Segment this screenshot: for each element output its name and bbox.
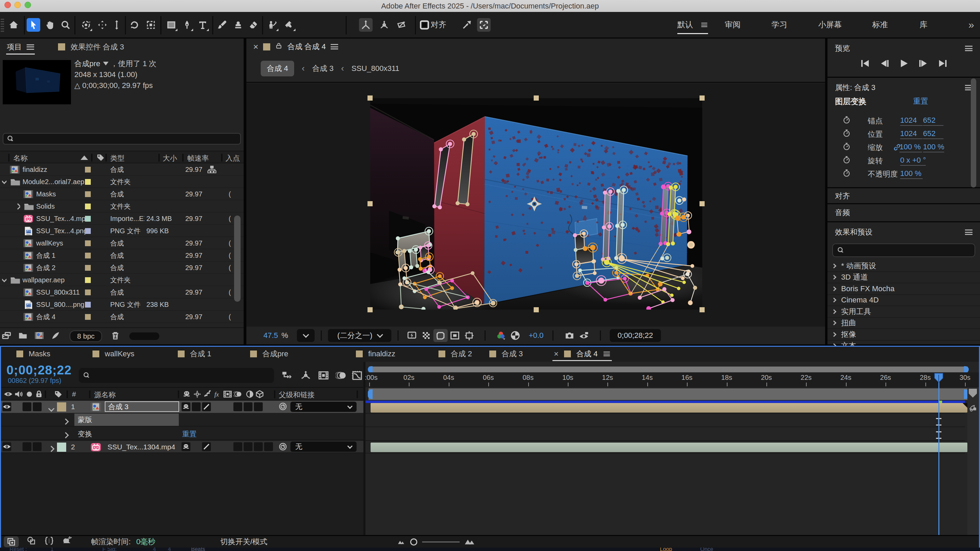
close-tab-icon[interactable]: ×: [554, 349, 558, 359]
project-item-row[interactable]: wallpaper.aep文件夹: [0, 274, 243, 286]
property-group-masks[interactable]: 蒙版: [1, 413, 366, 427]
local-axis-mode-button[interactable]: [359, 18, 372, 32]
project-item-row[interactable]: bilibiliSSU_Tex...4.mp4Importe...EX24.3 …: [0, 213, 243, 225]
timeline-search-input[interactable]: [79, 368, 274, 383]
stopwatch-icon[interactable]: [843, 116, 851, 126]
view-axis-mode-button[interactable]: [395, 18, 408, 32]
layer-bar-ssu-video[interactable]: [371, 443, 967, 452]
timeline-zoom-control[interactable]: [397, 538, 475, 546]
disclosure-triangle[interactable]: [832, 275, 836, 279]
next-frame-button[interactable]: [918, 59, 928, 69]
effects-presets-menu-icon[interactable]: [965, 229, 972, 235]
workspace-tab-库[interactable]: 库: [920, 12, 928, 38]
layer-selection-handle[interactable]: [534, 307, 539, 312]
layer-name-comp3[interactable]: 合成 3: [105, 401, 179, 412]
duplicate-frames-icon[interactable]: [4, 536, 19, 547]
project-item-row[interactable]: PNGSSU_800....pngPNG 文件238 KB: [0, 299, 243, 311]
project-item-row[interactable]: Solids文件夹: [0, 200, 243, 213]
property-value[interactable]: 652: [923, 129, 943, 139]
label-color-chip[interactable]: [85, 265, 91, 271]
layer-selection-handle[interactable]: [700, 95, 705, 101]
breadcrumb-ssu[interactable]: SSU_800x311: [352, 64, 399, 73]
layer-expand-chevron[interactable]: [49, 404, 54, 413]
label-color-chip[interactable]: [85, 252, 91, 259]
project-item-row[interactable]: 合成 1合成29.97(: [0, 249, 243, 262]
layer-selection-handle[interactable]: [368, 95, 372, 101]
stopwatch-icon[interactable]: [843, 143, 851, 153]
mask-visibility-button[interactable]: [418, 18, 431, 32]
roto-brush-tool[interactable]: [266, 18, 279, 32]
play-button[interactable]: [899, 59, 909, 69]
frame-blending-icon[interactable]: [318, 370, 329, 382]
tab-project[interactable]: 项目: [4, 38, 37, 55]
circle-square-icon[interactable]: [26, 536, 37, 548]
project-item-row[interactable]: finaldizz合成29.97: [0, 163, 243, 176]
world-axis-mode-button[interactable]: [377, 18, 391, 32]
disclosure-triangle[interactable]: [2, 276, 6, 282]
layer-row-comp3[interactable]: 1 合成 3 无: [1, 401, 366, 413]
timeline-menu-icon[interactable]: [604, 351, 610, 356]
workspace-tab-学习[interactable]: 学习: [772, 12, 787, 38]
playhead[interactable]: [934, 373, 943, 383]
stopwatch-icon[interactable]: [843, 129, 851, 140]
layer-name-ssu-video[interactable]: SSU_Tex...1304.mp4: [108, 443, 175, 451]
disclosure-triangle[interactable]: [832, 321, 836, 325]
disclosure-triangle[interactable]: [16, 203, 20, 210]
time-navigator-bar[interactable]: [369, 367, 968, 372]
current-time-display[interactable]: 0;00;28;22: [6, 363, 72, 378]
label-color-chip[interactable]: [85, 228, 91, 234]
brush-tool[interactable]: [216, 18, 229, 32]
stopwatch-icon[interactable]: [843, 156, 851, 166]
quality-switch[interactable]: [202, 402, 211, 411]
property-value[interactable]: 1024: [900, 116, 923, 126]
align-panel-title[interactable]: 对齐: [835, 191, 850, 201]
layer-label-chip[interactable]: [57, 443, 66, 452]
project-item-row[interactable]: 合成 2合成29.97(: [0, 262, 243, 274]
effects-category-row[interactable]: Cinema 4D: [827, 295, 980, 306]
zoom-tool[interactable]: [59, 18, 72, 32]
label-color-chip[interactable]: [85, 240, 91, 246]
eraser-tool[interactable]: [247, 18, 260, 32]
snapping-icon[interactable]: [460, 18, 474, 32]
motion-blur-icon[interactable]: [336, 370, 347, 382]
viewer-tab-label[interactable]: 合成 合成 4: [287, 41, 326, 52]
draft-3d-icon[interactable]: [300, 370, 312, 382]
parent-pickwhip-icon[interactable]: [278, 442, 288, 453]
label-color-chip[interactable]: [85, 167, 91, 173]
view-options-icon[interactable]: [462, 329, 476, 342]
layer-bar-comp3[interactable]: [371, 403, 967, 413]
project-list-header[interactable]: 名称 类型 大小 帧速率 入点: [0, 151, 243, 163]
close-window-button[interactable]: [5, 2, 11, 8]
effects-search-input[interactable]: [832, 243, 975, 257]
selection-tool[interactable]: [27, 18, 40, 32]
label-color-chip[interactable]: [85, 302, 91, 308]
parent-pickwhip-icon[interactable]: [278, 402, 288, 413]
label-color-chip[interactable]: [85, 191, 91, 197]
audio-panel-title[interactable]: 音频: [835, 208, 850, 218]
stamp-tool[interactable]: [231, 18, 245, 32]
effects-category-row[interactable]: * 动画预设: [827, 260, 980, 272]
project-settings-feather-icon[interactable]: [51, 330, 61, 342]
project-scrollbar[interactable]: [234, 216, 240, 302]
disclosure-triangle[interactable]: [832, 332, 836, 337]
hand-tool[interactable]: [43, 18, 57, 32]
parent-dropdown[interactable]: 无: [290, 402, 356, 412]
zoom-level-value[interactable]: 47.5: [263, 331, 278, 340]
timeline-tab-Masks[interactable]: Masks: [16, 347, 51, 361]
exposure-value[interactable]: +0.0: [528, 331, 543, 340]
viewer-timecode[interactable]: 0;00;28;22: [610, 329, 661, 342]
parent-dropdown[interactable]: 无: [290, 441, 356, 452]
exposure-icon[interactable]: [508, 329, 522, 342]
effects-category-row[interactable]: Boris FX Mocha: [827, 283, 980, 295]
timeline-tab-finaldizz[interactable]: finaldizz: [356, 347, 395, 361]
property-value[interactable]: 100 %: [900, 169, 923, 179]
type-tool[interactable]: [196, 18, 210, 32]
layer-visibility-eye[interactable]: [2, 442, 11, 451]
fast-previews-icon[interactable]: [405, 329, 419, 342]
previous-frame-button[interactable]: [880, 59, 890, 69]
layer-selection-handle[interactable]: [700, 201, 705, 206]
timeline-tab-合成pre[interactable]: 合成pre: [250, 347, 288, 361]
label-color-chip[interactable]: [85, 216, 91, 222]
project-item-row[interactable]: SSU_800x311合成29.97(: [0, 286, 243, 299]
project-item-row[interactable]: wallKeys合成29.97(: [0, 237, 243, 249]
